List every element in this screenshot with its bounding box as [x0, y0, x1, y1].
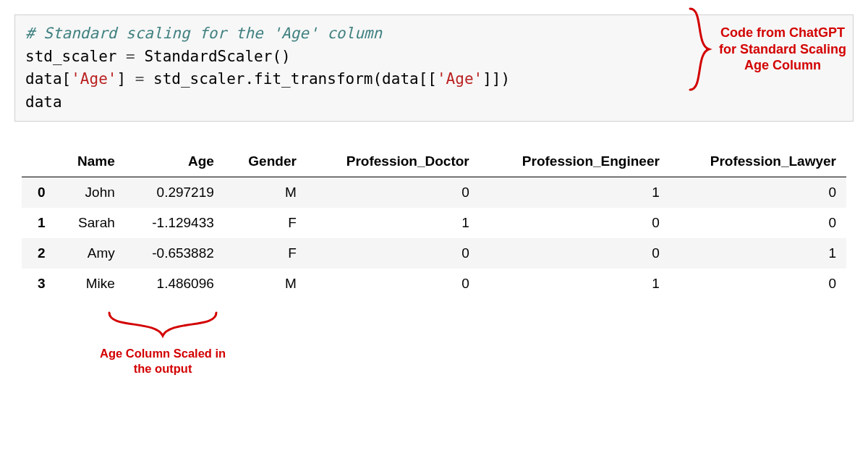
cell-name: Sarah: [56, 208, 125, 238]
cell-age: 0.297219: [125, 177, 224, 208]
cell-prof-engineer: 0: [480, 238, 670, 269]
table-header-row: Name Age Gender Profession_Doctor Profes…: [22, 146, 846, 177]
cell-gender: M: [224, 269, 307, 299]
table-row: 2 Amy -0.653882 F 0 0 1: [22, 238, 846, 269]
cell-gender: F: [224, 238, 307, 269]
code-line: data: [25, 91, 843, 114]
code-token: ]: [116, 70, 135, 88]
dataframe-table: Name Age Gender Profession_Doctor Profes…: [22, 146, 846, 299]
annotation-line: Age Column Scaled in: [100, 346, 226, 361]
brace-icon: [105, 310, 221, 340]
cell-prof-engineer: 1: [480, 269, 670, 299]
code-token: ]]): [482, 70, 510, 88]
cell-name: John: [56, 177, 125, 208]
cell-prof-engineer: 1: [480, 177, 670, 208]
code-token: 'Age': [437, 70, 482, 88]
cell-age: -0.653882: [125, 238, 224, 269]
cell-prof-doctor: 0: [307, 238, 480, 269]
table-header-index: [22, 146, 56, 177]
annotation-code-source: Code from ChatGPT for Standard Scaling A…: [687, 6, 846, 93]
annotation-age-column: Age Column Scaled in the output: [100, 310, 226, 376]
table-row: 3 Mike 1.486096 M 0 1 0: [22, 269, 846, 299]
table-header-prof-engineer: Profession_Engineer: [480, 146, 670, 177]
cell-prof-doctor: 0: [307, 269, 480, 299]
cell-prof-lawyer: 1: [670, 238, 846, 269]
code-token: =: [126, 48, 135, 65]
table-header-gender: Gender: [224, 146, 307, 177]
table-header-prof-lawyer: Profession_Lawyer: [670, 146, 846, 177]
table-row: 0 John 0.297219 M 0 1 0: [22, 177, 846, 208]
cell-name: Amy: [56, 238, 125, 269]
row-index: 1: [22, 208, 56, 238]
annotation-text: Code from ChatGPT for Standard Scaling A…: [719, 25, 846, 74]
dataframe-output: Name Age Gender Profession_Doctor Profes…: [14, 146, 854, 299]
annotation-line: Age Column: [719, 57, 846, 74]
cell-age: 1.486096: [125, 269, 224, 299]
table-row: 1 Sarah -1.129433 F 1 0 0: [22, 208, 846, 238]
annotation-line: Code from ChatGPT: [719, 25, 846, 41]
annotation-line: for Standard Scaling: [719, 41, 846, 58]
cell-prof-lawyer: 0: [670, 208, 846, 238]
code-token: std_scaler: [25, 48, 126, 65]
row-index: 0: [22, 177, 56, 208]
cell-age: -1.129433: [125, 208, 224, 238]
table-header-name: Name: [56, 146, 125, 177]
table-header-prof-doctor: Profession_Doctor: [307, 146, 480, 177]
row-index: 3: [22, 269, 56, 299]
annotation-text: Age Column Scaled in the output: [100, 346, 226, 376]
code-token: std_scaler.fit_transform(data[[: [144, 70, 437, 88]
code-comment: # Standard scaling for the 'Age' column: [25, 25, 382, 42]
row-index: 2: [22, 238, 56, 269]
code-token: 'Age': [71, 70, 116, 88]
brace-icon: [687, 6, 713, 93]
cell-prof-engineer: 0: [480, 208, 670, 238]
cell-prof-lawyer: 0: [670, 177, 846, 208]
cell-gender: F: [224, 208, 307, 238]
cell-gender: M: [224, 177, 307, 208]
cell-name: Mike: [56, 269, 125, 299]
cell-prof-doctor: 1: [307, 208, 480, 238]
cell-prof-doctor: 0: [307, 177, 480, 208]
code-token: data[: [25, 70, 71, 88]
annotation-line: the output: [100, 361, 226, 376]
cell-prof-lawyer: 0: [670, 269, 846, 299]
table-header-age: Age: [125, 146, 224, 177]
code-token: StandardScaler(): [135, 48, 291, 65]
code-token: data: [25, 93, 62, 111]
code-token: =: [135, 70, 145, 88]
